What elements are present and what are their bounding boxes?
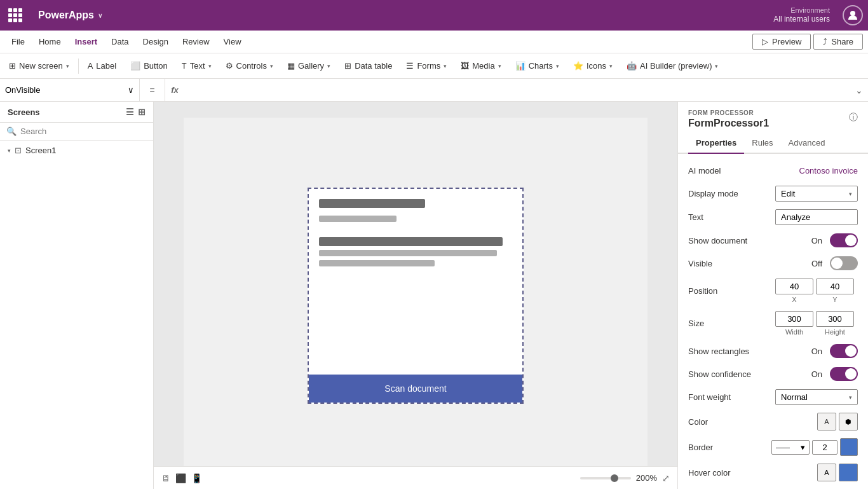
title-chevron-icon: ∨ [98,12,102,19]
media-button[interactable]: 🖼 Media ▾ [454,59,507,73]
sidebar-item-screen1[interactable]: ▾ ⊡ Screen1 [0,143,153,158]
button-button[interactable]: ⬜ Button [124,59,174,73]
visible-toggle[interactable] [830,256,858,270]
menu-insert[interactable]: Insert [69,34,104,49]
charts-chevron-icon: ▾ [556,63,559,69]
gallery-button[interactable]: ▦ Gallery ▾ [281,59,337,73]
fx-label: fx [165,79,184,101]
menu-design[interactable]: Design [137,34,175,49]
toggle-thumb-3 [845,345,857,357]
formula-expand-icon[interactable]: ⌄ [850,85,868,95]
forms-button[interactable]: ☰ Forms ▾ [400,59,453,73]
show-document-on-label: On [811,236,822,245]
panel-tabs: Properties Rules Advanced [678,134,868,154]
show-confidence-toggle[interactable] [830,367,858,381]
hover-color-row: Hover color A [678,460,868,485]
text-chevron-icon: ▾ [208,63,212,69]
text-button[interactable]: T Text ▾ [175,59,218,73]
border-color-swatch[interactable] [840,438,858,456]
sidebar-list-view-icon[interactable]: ☰ [126,107,134,117]
border-label: Border [688,443,713,452]
scan-document-button[interactable]: Scan document [309,375,522,403]
border-controls: —— ▾ [771,438,858,456]
size-height-input[interactable] [816,311,854,327]
zoom-slider[interactable] [580,477,631,479]
phone-view-icon[interactable]: 📱 [191,473,202,483]
new-screen-icon: ⊞ [9,61,16,71]
preview-button[interactable]: ▷ Preview [752,34,811,50]
panel-header: FORM PROCESSOR FormProcessor1 ⓘ [678,102,868,134]
tab-rules[interactable]: Rules [744,134,780,153]
color-fill-swatch[interactable]: ⬢ [839,413,858,430]
show-rectangles-toggle-row: On [811,344,858,358]
gallery-icon: ▦ [287,61,295,71]
menu-view[interactable]: View [217,34,248,49]
form-processor-widget[interactable]: Scan document [308,188,524,404]
display-mode-select[interactable]: Edit ▾ [775,186,858,202]
environment-info: Environment All internal users [773,6,837,25]
show-confidence-on-label: On [811,369,822,379]
user-avatar[interactable] [837,0,868,31]
controls-button[interactable]: ⚙ Controls ▾ [219,59,280,73]
zoom-control: 200% ⤢ [580,473,670,483]
show-document-toggle[interactable] [830,233,858,247]
visible-label: Visible [688,259,712,268]
visible-toggle-row: Off [811,256,858,270]
ai-builder-button[interactable]: 🤖 AI Builder (preview) ▾ [620,59,724,73]
toggle-thumb-2 [831,258,843,269]
hover-text-icon: A [824,469,829,476]
property-selector[interactable]: OnVisible ∨ [0,79,140,101]
tab-advanced[interactable]: Advanced [781,134,833,153]
sidebar-grid-view-icon[interactable]: ⊞ [138,107,146,117]
border-style-select[interactable]: —— ▾ [771,440,810,455]
border-style-chevron-icon: ▾ [801,443,805,452]
menu-file[interactable]: File [5,34,31,49]
icons-button[interactable]: ⭐ Icons ▾ [567,59,619,73]
toggle-thumb-4 [845,368,857,380]
canvas-area: Scan document 🖥 ⬛ 📱 200% ⤢ [154,102,677,489]
formula-input[interactable] [184,79,850,101]
menu-data[interactable]: Data [105,34,135,49]
sidebar-search[interactable]: 🔍 [0,123,153,141]
desktop-view-icon[interactable]: 🖥 [161,473,170,483]
menu-home[interactable]: Home [32,34,67,49]
size-labels: Width Height [775,328,858,336]
tab-properties[interactable]: Properties [688,134,744,153]
ai-model-value[interactable]: Contoso invoice [799,166,858,176]
data-table-button[interactable]: ⊞ Data table [338,59,398,73]
toolbar-divider-1 [78,59,79,74]
zoom-expand-icon[interactable]: ⤢ [662,473,670,483]
color-text-swatch[interactable]: A [817,413,836,430]
visible-row: Visible Off [678,252,868,275]
position-x-input[interactable] [775,279,813,294]
apps-menu-button[interactable] [0,0,31,31]
tablet-view-icon[interactable]: ⬛ [175,473,186,483]
font-weight-select[interactable]: Normal ▾ [775,389,858,405]
screen-label: Screen1 [25,146,56,155]
hover-color-label: Hover color [688,468,730,478]
border-width-input[interactable] [812,440,837,455]
charts-button[interactable]: 📊 Charts ▾ [509,59,566,73]
icons-chevron-icon: ▾ [609,63,613,69]
hover-color-text-swatch[interactable]: A [817,464,836,481]
info-icon[interactable]: ⓘ [849,112,858,123]
search-input[interactable] [20,127,147,136]
right-panel: FORM PROCESSOR FormProcessor1 ⓘ Properti… [677,102,868,489]
hover-color-fill-swatch[interactable] [839,464,858,481]
show-rectangles-toggle[interactable] [830,344,858,358]
menu-review[interactable]: Review [176,34,216,49]
new-screen-button[interactable]: ⊞ New screen ▾ [3,59,76,73]
show-document-row: Show document On [678,229,868,252]
height-label: Height [816,328,854,336]
label-button[interactable]: A Label [81,59,123,73]
share-button[interactable]: ⤴ Share [813,34,863,50]
show-rectangles-row: Show rectangles On [678,340,868,362]
sidebar-header-icons: ☰ ⊞ [126,107,146,117]
position-y-input[interactable] [816,279,854,294]
text-input[interactable] [775,209,858,225]
size-width-input[interactable] [775,311,813,327]
position-label: Position [688,286,717,296]
border-style-line: —— [776,443,790,451]
doc-line-5 [319,260,435,266]
app-title[interactable]: PowerApps ∨ [31,10,110,21]
